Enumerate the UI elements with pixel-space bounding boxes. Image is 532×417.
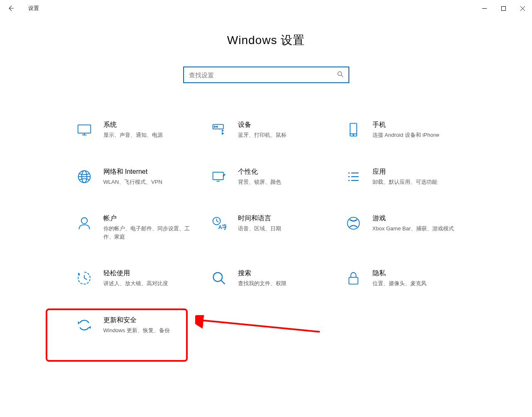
tile-text: 应用 卸载、默认应用、可选功能 — [373, 168, 437, 186]
tile-gaming[interactable]: 游戏 Xbox Game Bar、捕获、游戏模式 — [334, 212, 467, 242]
tile-desc: WLAN、飞行模式、VPN — [103, 178, 162, 186]
maximize-button[interactable] — [494, 2, 513, 15]
tile-search[interactable]: 搜索 查找我的文件、权限 — [200, 267, 333, 289]
minimize-button[interactable] — [475, 2, 494, 15]
tile-personalization[interactable]: 个性化 背景、锁屏、颜色 — [200, 166, 333, 188]
phone-icon — [345, 121, 362, 138]
tile-desc: 你的帐户、电子邮件、同步设置、工作、家庭 — [103, 225, 195, 241]
xbox-icon — [345, 215, 362, 232]
tile-desc: 背景、锁屏、颜色 — [238, 178, 281, 186]
tile-text: 隐私 位置、摄像头、麦克风 — [373, 269, 427, 288]
svg-point-31 — [347, 217, 359, 229]
window-controls — [475, 2, 532, 15]
tile-title: 网络和 Internet — [103, 168, 162, 176]
titlebar: 设置 — [0, 0, 532, 17]
update-icon — [76, 317, 93, 333]
tile-desc: 语音、区域、日期 — [238, 225, 281, 233]
tile-update[interactable]: 更新和安全 Windows 更新、恢复、备份 — [65, 314, 198, 336]
svg-marker-38 — [78, 321, 80, 324]
svg-point-35 — [213, 273, 222, 282]
svg-marker-39 — [88, 326, 91, 328]
titlebar-left: 设置 — [5, 2, 39, 14]
ease-of-access-icon — [76, 270, 93, 286]
svg-point-26 — [81, 218, 87, 224]
tile-title: 手机 — [373, 121, 439, 129]
apps-icon — [345, 168, 362, 185]
page-title: Windows 设置 — [0, 32, 532, 48]
svg-point-11 — [216, 126, 218, 127]
tile-ease[interactable]: 轻松使用 讲述人、放大镜、高对比度 — [65, 267, 198, 289]
personalization-icon — [211, 168, 227, 185]
tile-title: 帐户 — [103, 214, 195, 223]
tile-accounts[interactable]: 帐户 你的帐户、电子邮件、同步设置、工作、家庭 — [65, 212, 198, 242]
tile-text: 设备 蓝牙、打印机、鼠标 — [238, 121, 287, 139]
svg-rect-37 — [349, 277, 358, 284]
tile-title: 游戏 — [373, 214, 454, 223]
svg-text:A字: A字 — [218, 224, 226, 230]
svg-line-36 — [221, 280, 225, 284]
svg-rect-6 — [78, 125, 91, 133]
tile-title: 搜索 — [238, 269, 287, 278]
search-container — [0, 67, 532, 83]
tile-network[interactable]: 网络和 Internet WLAN、飞行模式、VPN — [65, 166, 198, 188]
window-title: 设置 — [28, 5, 39, 12]
search-input[interactable] — [189, 72, 337, 79]
tile-privacy[interactable]: 隐私 位置、摄像头、麦克风 — [334, 267, 467, 289]
tile-title: 轻松使用 — [103, 269, 168, 278]
tile-title: 设备 — [238, 121, 287, 129]
tile-text: 个性化 背景、锁屏、颜色 — [238, 168, 281, 186]
devices-icon — [211, 121, 227, 138]
tile-text: 游戏 Xbox Game Bar、捕获、游戏模式 — [373, 214, 454, 233]
tile-text: 系统 显示、声音、通知、电源 — [103, 121, 163, 139]
tile-title: 更新和安全 — [103, 316, 170, 325]
svg-rect-18 — [213, 172, 223, 180]
tile-desc: Windows 更新、恢复、备份 — [103, 326, 170, 335]
maximize-icon — [501, 6, 506, 11]
globe-icon — [76, 168, 93, 185]
tile-desc: 显示、声音、通知、电源 — [103, 131, 163, 139]
tile-phone[interactable]: 手机 连接 Android 设备和 iPhone — [334, 119, 467, 141]
tile-system[interactable]: 系统 显示、声音、通知、电源 — [65, 119, 198, 141]
back-button[interactable] — [5, 2, 17, 14]
svg-rect-1 — [501, 6, 505, 10]
svg-point-4 — [338, 72, 341, 75]
tile-desc: 蓝牙、打印机、鼠标 — [238, 131, 287, 139]
svg-line-5 — [341, 75, 343, 76]
settings-tiles: 系统 显示、声音、通知、电源 设备 蓝牙、打印机、鼠标 手机 连接 Androi… — [0, 119, 532, 336]
svg-point-14 — [353, 135, 354, 136]
close-button[interactable] — [513, 2, 532, 15]
tile-desc: 讲述人、放大镜、高对比度 — [103, 279, 168, 288]
tile-text: 搜索 查找我的文件、权限 — [238, 269, 287, 288]
svg-line-29 — [216, 221, 218, 222]
person-icon — [76, 215, 93, 232]
tile-title: 时间和语言 — [238, 214, 281, 223]
minimize-icon — [482, 6, 487, 11]
tile-desc: 位置、摄像头、麦克风 — [373, 279, 427, 288]
tile-text: 帐户 你的帐户、电子邮件、同步设置、工作、家庭 — [103, 214, 195, 241]
tile-time[interactable]: A字 时间和语言 语音、区域、日期 — [200, 212, 333, 242]
tile-devices[interactable]: 设备 蓝牙、打印机、鼠标 — [200, 119, 333, 141]
close-icon — [520, 6, 525, 11]
tile-text: 更新和安全 Windows 更新、恢复、备份 — [103, 316, 170, 335]
tile-text: 轻松使用 讲述人、放大镜、高对比度 — [103, 269, 168, 288]
tile-title: 个性化 — [238, 168, 281, 176]
search-icon — [337, 71, 343, 79]
system-icon — [76, 121, 93, 138]
svg-point-10 — [214, 126, 215, 127]
tile-apps[interactable]: 应用 卸载、默认应用、可选功能 — [334, 166, 467, 188]
tile-text: 网络和 Internet WLAN、飞行模式、VPN — [103, 168, 162, 186]
tile-title: 隐私 — [373, 269, 427, 278]
tile-text: 时间和语言 语音、区域、日期 — [238, 214, 281, 233]
lock-icon — [345, 270, 362, 286]
time-language-icon: A字 — [211, 215, 227, 232]
tile-desc: 卸载、默认应用、可选功能 — [373, 178, 437, 186]
tile-text: 手机 连接 Android 设备和 iPhone — [373, 121, 439, 139]
tile-desc: 连接 Android 设备和 iPhone — [373, 131, 439, 139]
arrow-left-icon — [7, 5, 14, 12]
tile-desc: Xbox Game Bar、捕获、游戏模式 — [373, 225, 454, 233]
magnifier-icon — [211, 270, 227, 286]
svg-line-34 — [84, 278, 87, 280]
search-box[interactable] — [183, 67, 349, 83]
tile-title: 应用 — [373, 168, 437, 176]
tile-desc: 查找我的文件、权限 — [238, 279, 287, 288]
